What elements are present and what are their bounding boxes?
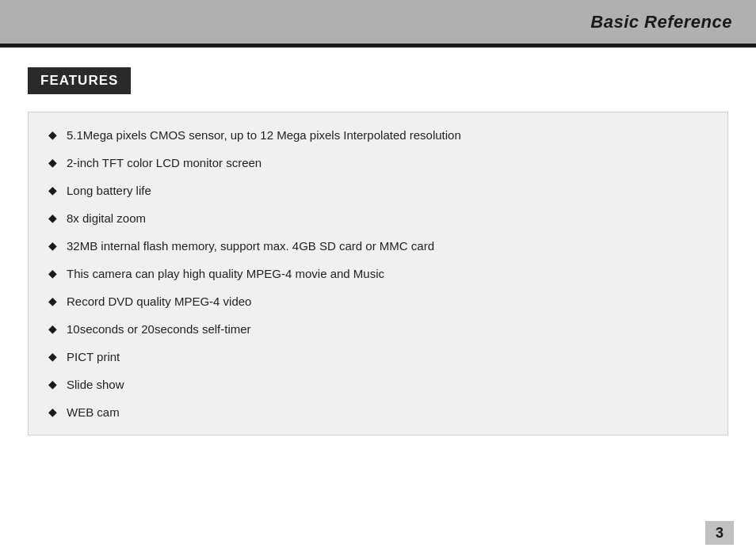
bullet-icon: ◆	[48, 349, 57, 365]
list-item: ◆This camera can play high quality MPEG-…	[48, 265, 708, 282]
feature-text: WEB cam	[67, 404, 120, 420]
bullet-icon: ◆	[48, 321, 57, 337]
feature-text: Record DVD quality MPEG-4 video	[67, 293, 251, 310]
bullet-icon: ◆	[48, 266, 57, 282]
main-content: FEATURES ◆5.1Mega pixels CMOS sensor, up…	[0, 48, 756, 451]
list-item: ◆32MB internal flash memory, support max…	[48, 238, 708, 254]
feature-text: 8x digital zoom	[67, 210, 146, 226]
bullet-icon: ◆	[48, 377, 57, 393]
list-item: ◆Slide show	[48, 376, 708, 393]
list-item: ◆Long battery life	[48, 182, 708, 199]
list-item: ◆Record DVD quality MPEG-4 video	[48, 293, 708, 310]
bullet-icon: ◆	[48, 127, 57, 143]
features-heading: FEATURES	[28, 67, 131, 94]
bullet-icon: ◆	[48, 238, 57, 254]
feature-text: Slide show	[67, 376, 124, 393]
bullet-icon: ◆	[48, 294, 57, 310]
page-number: 3	[716, 525, 724, 542]
feature-text: 10seconds or 20seconds self-timer	[67, 321, 251, 337]
feature-text: PICT print	[67, 348, 120, 365]
feature-text: 32MB internal flash memory, support max.…	[67, 238, 434, 254]
feature-text: This camera can play high quality MPEG-4…	[67, 265, 384, 282]
bullet-icon: ◆	[48, 405, 57, 420]
bullet-icon: ◆	[48, 155, 57, 171]
list-item: ◆8x digital zoom	[48, 210, 708, 226]
page-title: Basic Reference	[590, 12, 732, 32]
page-number-container: 3	[705, 521, 734, 545]
list-item: ◆WEB cam	[48, 404, 708, 420]
list-item: ◆2-inch TFT color LCD monitor screen	[48, 154, 708, 171]
bullet-icon: ◆	[48, 183, 57, 199]
header: Basic Reference	[0, 0, 756, 44]
features-box: ◆5.1Mega pixels CMOS sensor, up to 12 Me…	[28, 112, 728, 435]
list-item: ◆5.1Mega pixels CMOS sensor, up to 12 Me…	[48, 127, 708, 143]
bullet-icon: ◆	[48, 211, 57, 226]
feature-text: 5.1Mega pixels CMOS sensor, up to 12 Meg…	[67, 127, 461, 143]
list-item: ◆PICT print	[48, 348, 708, 365]
feature-text: 2-inch TFT color LCD monitor screen	[67, 154, 262, 171]
list-item: ◆10seconds or 20seconds self-timer	[48, 321, 708, 337]
feature-text: Long battery life	[67, 182, 151, 199]
